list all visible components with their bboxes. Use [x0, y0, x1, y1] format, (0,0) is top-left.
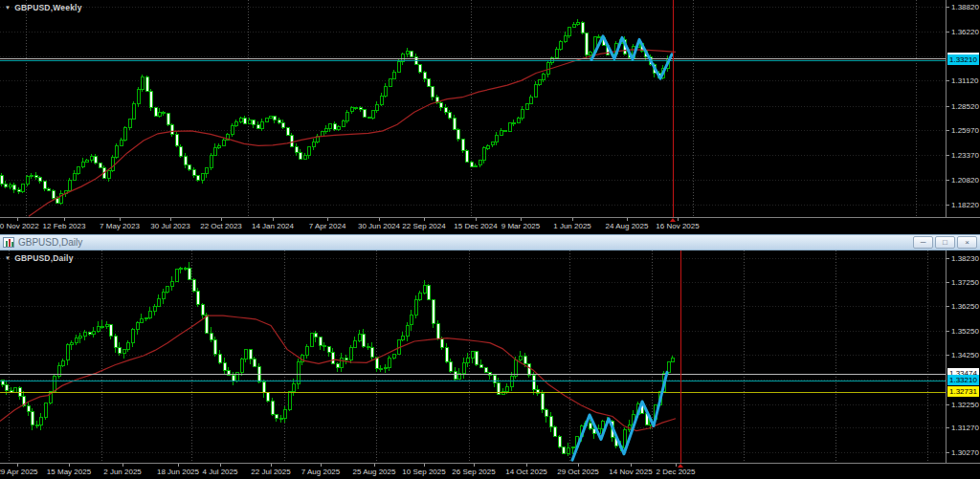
weekly-price-scale[interactable]: 1.388201.362201.311201.285201.259701.233… [946, 0, 980, 217]
date-tick [69, 464, 70, 467]
date-tick [122, 464, 123, 467]
weekly-plot-wrap: ▼ GBPUSD,Weekly 1.388201.362201.311201.2… [0, 0, 980, 217]
price-label: 1.38820 [951, 3, 979, 11]
price-tick [947, 404, 949, 405]
price-tick [947, 258, 949, 259]
price-tick [947, 180, 949, 181]
price-tick [947, 106, 949, 107]
date-label: 26 Sep 2025 [452, 468, 495, 476]
date-label: 15 Dec 2024 [454, 222, 497, 230]
date-label: 30 Jun 2024 [358, 222, 400, 230]
price-tick [947, 306, 949, 307]
date-tick [17, 218, 18, 221]
date-label: 29 Oct 2025 [557, 468, 599, 476]
price-label: 1.36250 [951, 302, 979, 311]
date-label: 16 Nov 2025 [656, 222, 699, 230]
date-tick [220, 464, 221, 467]
date-tick [374, 464, 375, 467]
price-label: 1.37250 [951, 278, 979, 287]
price-label: 1.20820 [951, 176, 979, 185]
date-label: 29 Apr 2025 [0, 468, 38, 476]
daily-date-scale[interactable]: 29 Apr 202515 May 20252 Jun 202518 Jun 2… [0, 463, 980, 479]
date-tick [379, 218, 380, 221]
date-tick [271, 464, 272, 467]
date-tick [476, 218, 477, 221]
daily-symbol-label: ▼ GBPUSD,Daily [5, 253, 74, 263]
restore-button[interactable]: □ [935, 236, 955, 249]
chart-icon-bar [6, 241, 8, 247]
chart-icon-bar [9, 239, 11, 247]
price-label: 1.38230 [951, 254, 979, 263]
price-tick [947, 282, 949, 283]
price-label: 1.34250 [951, 351, 979, 359]
price-label: 1.25970 [951, 126, 979, 135]
chart-menu-arrow-icon: ▼ [5, 254, 11, 262]
date-label: 14 Oct 2025 [505, 468, 547, 476]
daily-price-scale[interactable]: 1.382301.372501.362501.352501.342501.322… [946, 250, 980, 463]
vline-marker [678, 464, 683, 468]
date-tick [578, 464, 579, 467]
price-label: 1.32250 [951, 401, 979, 409]
chart-window-daily: ▼ GBPUSD,Daily 1.382301.372501.362501.35… [0, 250, 980, 479]
price-badge: 1.33210 [947, 375, 979, 385]
date-label: 22 Oct 2023 [200, 222, 242, 230]
price-badge: 1.33210 [947, 54, 979, 65]
date-tick [424, 464, 425, 467]
metatrader-workspace: ▼ GBPUSD,Weekly 1.388201.362201.311201.2… [0, 0, 980, 479]
date-label: 7 May 2023 [100, 222, 140, 230]
price-tick [947, 205, 949, 206]
date-tick [631, 464, 632, 467]
date-label: 1 Jun 2025 [553, 222, 591, 230]
price-tick [947, 155, 949, 156]
price-label: 1.35250 [951, 327, 979, 336]
date-label: 14 Jan 2024 [252, 222, 294, 230]
price-tick [947, 331, 949, 332]
weekly-chart-plot[interactable] [0, 0, 946, 217]
date-label: 2 Jun 2025 [103, 468, 142, 476]
date-tick [273, 218, 274, 221]
date-label: 10 Sep 2025 [402, 468, 445, 476]
price-label: 1.18220 [951, 201, 979, 209]
price-label: 1.23370 [951, 151, 979, 160]
date-label: 2 Dec 2025 [657, 468, 696, 476]
minimize-button[interactable]: ─ [913, 236, 933, 249]
date-tick [678, 218, 679, 221]
date-label: 22 Sep 2024 [402, 222, 445, 230]
date-tick [120, 218, 121, 221]
price-label: 1.30270 [951, 448, 979, 457]
daily-window-titlebar[interactable]: GBPUSD,Daily ─ □ × [0, 234, 980, 250]
date-label: 7 Aug 2025 [301, 468, 340, 476]
date-tick [17, 464, 18, 467]
date-label: 18 Jun 2025 [157, 468, 199, 476]
date-tick [627, 218, 628, 221]
date-tick [521, 218, 522, 221]
price-tick [947, 355, 949, 356]
price-label: 1.36220 [951, 28, 979, 36]
weekly-date-scale[interactable]: 20 Nov 202212 Feb 20237 May 202330 Jul 2… [0, 217, 980, 234]
daily-plot-wrap: ▼ GBPUSD,Daily 1.382301.372501.362501.35… [0, 250, 980, 463]
date-label: 12 Feb 2023 [43, 222, 86, 230]
price-tick [947, 32, 949, 33]
price-badge: 1.32731 [947, 386, 979, 397]
window-title: GBPUSD,Daily [18, 237, 82, 248]
close-button[interactable]: × [957, 236, 977, 249]
date-label: 24 Aug 2025 [606, 222, 649, 230]
price-label: 1.28520 [951, 102, 979, 111]
date-tick [170, 218, 171, 221]
date-tick [424, 218, 425, 221]
date-tick [178, 464, 179, 467]
price-tick [947, 130, 949, 131]
date-label: 30 Jul 2023 [150, 222, 189, 230]
date-tick [572, 218, 573, 221]
price-label: 1.31270 [951, 424, 979, 432]
date-label: 14 Nov 2025 [609, 468, 652, 476]
date-label: 20 Nov 2022 [0, 222, 39, 230]
vline-marker [670, 218, 676, 222]
date-tick [327, 218, 328, 221]
date-tick [676, 464, 677, 467]
price-tick [947, 452, 949, 453]
daily-chart-plot[interactable] [0, 250, 946, 463]
date-label: 4 Jul 2025 [203, 468, 238, 476]
date-label: 9 Mar 2025 [501, 222, 540, 230]
price-label: 1.31120 [951, 76, 978, 85]
